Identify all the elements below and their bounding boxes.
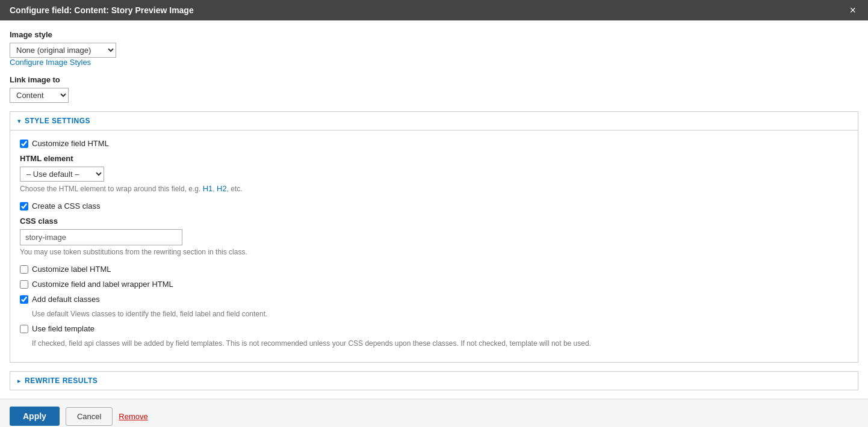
- add-default-classes-checkbox[interactable]: [20, 295, 28, 304]
- modal-body: Image style None (original image) Large …: [0, 20, 868, 399]
- rewrite-results-header[interactable]: ▸ REWRITE RESULTS: [10, 372, 858, 390]
- rewrite-results-title: REWRITE RESULTS: [25, 376, 98, 385]
- customize-field-label-wrapper-label: Customize field and label wrapper HTML: [32, 280, 173, 289]
- style-settings-body: Customize field HTML HTML element – Use …: [10, 131, 858, 362]
- link-image-to-select[interactable]: Nothing File Content: [10, 88, 69, 103]
- rewrite-results-section: ▸ REWRITE RESULTS: [10, 371, 858, 390]
- customize-field-label-wrapper-row: Customize field and label wrapper HTML: [20, 280, 848, 289]
- modal-title: Configure field: Content: Story Preview …: [10, 5, 194, 15]
- create-css-class-checkbox[interactable]: [20, 202, 28, 210]
- cancel-button[interactable]: Cancel: [66, 407, 113, 426]
- use-field-template-help: If checked, field api classes will be ad…: [20, 339, 848, 348]
- html-element-label: HTML element: [20, 154, 848, 163]
- customize-label-html-label: Customize label HTML: [32, 265, 111, 274]
- style-settings-header[interactable]: ▾ STYLE SETTINGS: [10, 112, 858, 131]
- css-class-group: CSS class story-image You may use token …: [20, 217, 848, 256]
- html-element-select[interactable]: – Use default – DIV SPAN H1 H2 H3 P: [20, 167, 104, 182]
- remove-button[interactable]: Remove: [119, 412, 147, 421]
- customize-field-html-label: Customize field HTML: [32, 139, 109, 148]
- image-style-select[interactable]: None (original image) Large (480×480) Me…: [10, 43, 116, 58]
- add-default-classes-help: Use default Views classes to identify th…: [20, 310, 848, 318]
- use-field-template-checkbox[interactable]: [20, 325, 28, 333]
- image-style-label: Image style: [10, 30, 858, 39]
- customize-field-html-row: Customize field HTML: [20, 139, 848, 148]
- add-default-classes-row: Add default classes: [20, 295, 848, 304]
- modal-header: Configure field: Content: Story Preview …: [0, 0, 868, 20]
- modal-close-button[interactable]: ×: [847, 5, 858, 16]
- configure-image-styles-link[interactable]: Configure Image Styles: [10, 58, 91, 67]
- link-image-to-group: Link image to Nothing File Content: [10, 75, 858, 103]
- add-default-classes-label: Add default classes: [32, 295, 100, 304]
- style-settings-toggle-icon: ▾: [17, 117, 21, 125]
- rewrite-results-toggle-icon: ▸: [17, 377, 21, 385]
- html-element-group: HTML element – Use default – DIV SPAN H1…: [20, 154, 848, 193]
- create-css-class-row: Create a CSS class: [20, 201, 848, 210]
- html-element-help: Choose the HTML element to wrap around t…: [20, 184, 848, 193]
- modal-overlay: Configure field: Content: Story Preview …: [0, 0, 868, 427]
- style-settings-section: ▾ STYLE SETTINGS Customize field HTML HT…: [10, 111, 858, 363]
- image-style-group: Image style None (original image) Large …: [10, 30, 858, 67]
- h1-link[interactable]: H1: [203, 184, 213, 193]
- style-settings-title: STYLE SETTINGS: [25, 117, 90, 125]
- customize-label-html-row: Customize label HTML: [20, 265, 848, 274]
- modal-footer: Apply Cancel Remove: [0, 399, 868, 427]
- apply-button[interactable]: Apply: [10, 407, 60, 426]
- customize-label-html-checkbox[interactable]: [20, 265, 28, 274]
- h2-link[interactable]: H2: [217, 184, 227, 193]
- create-css-class-label: Create a CSS class: [32, 201, 100, 210]
- css-class-help: You may use token substitutions from the…: [20, 248, 848, 256]
- use-field-template-label: Use field template: [32, 324, 95, 333]
- css-class-label: CSS class: [20, 217, 848, 226]
- use-field-template-row: Use field template: [20, 324, 848, 333]
- link-image-to-label: Link image to: [10, 75, 858, 84]
- customize-field-html-checkbox[interactable]: [20, 140, 28, 148]
- configure-field-modal: Configure field: Content: Story Preview …: [0, 0, 868, 427]
- customize-field-label-wrapper-checkbox[interactable]: [20, 280, 28, 289]
- css-class-input[interactable]: story-image: [20, 229, 182, 245]
